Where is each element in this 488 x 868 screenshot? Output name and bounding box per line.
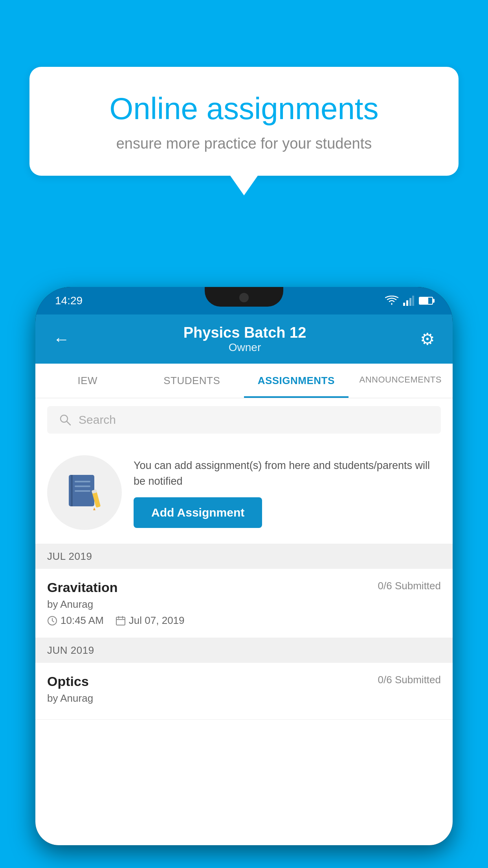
assignment-item-gravitation[interactable]: Gravitation 0/6 Submitted by Anurag 10:4… (35, 569, 453, 638)
month-label-jun: JUN 2019 (47, 644, 94, 656)
assignment-name: Gravitation (47, 580, 117, 595)
svg-rect-0 (403, 303, 405, 306)
add-assignment-right: You can add assignment(s) from here and … (134, 458, 441, 528)
svg-marker-12 (93, 508, 95, 510)
add-assignment-section: You can add assignment(s) from here and … (35, 441, 453, 544)
speech-bubble: Online assignments ensure more practice … (29, 67, 459, 176)
assignment-item-header-optics: Optics 0/6 Submitted (47, 674, 441, 689)
status-time: 14:29 (55, 294, 83, 307)
svg-rect-17 (116, 617, 125, 625)
status-bar: 14:29 (35, 287, 453, 314)
clock-icon (47, 616, 57, 626)
svg-rect-1 (406, 300, 408, 306)
tab-announcements[interactable]: ANNOUNCEMENTS (349, 364, 453, 398)
svg-rect-8 (75, 481, 90, 482)
batch-role: Owner (183, 341, 306, 354)
svg-rect-7 (71, 475, 73, 506)
header-title-block: Physics Batch 12 Owner (183, 324, 306, 354)
assignment-date: Jul 07, 2019 (129, 614, 185, 627)
phone-notch (205, 287, 283, 307)
app-header: ← Physics Batch 12 Owner ⚙ (35, 314, 453, 364)
status-icons (385, 296, 433, 306)
front-camera (239, 293, 249, 302)
search-icon (59, 414, 72, 426)
assignment-submitted-optics: 0/6 Submitted (378, 674, 441, 686)
assignment-item-optics[interactable]: Optics 0/6 Submitted by Anurag (35, 663, 453, 720)
signal-icon (403, 296, 414, 306)
svg-rect-9 (75, 485, 90, 487)
search-bar-container: Search (35, 398, 453, 441)
battery-icon (419, 297, 433, 305)
assignment-time: 10:45 AM (61, 614, 104, 627)
month-separator-jun: JUN 2019 (35, 638, 453, 663)
assignment-meta: 10:45 AM Jul 07, 2019 (47, 614, 441, 627)
svg-rect-10 (75, 490, 90, 492)
calendar-icon (116, 616, 126, 626)
batch-title: Physics Batch 12 (183, 324, 306, 341)
month-label-jul: JUL 2019 (47, 550, 92, 562)
assignment-name-optics: Optics (47, 674, 89, 689)
phone-outer: 14:29 (35, 287, 453, 845)
search-bar[interactable]: Search (47, 406, 441, 434)
svg-rect-3 (412, 296, 414, 306)
bubble-subtitle: ensure more practice for your students (57, 135, 431, 152)
phone-wrapper: 14:29 (35, 287, 453, 868)
assignment-icon-circle (47, 455, 122, 530)
phone-content: Search (35, 398, 453, 845)
wifi-icon (385, 296, 398, 306)
svg-rect-2 (409, 298, 411, 306)
bubble-title: Online assignments (57, 90, 431, 127)
tab-students[interactable]: STUDENTS (140, 364, 244, 398)
svg-line-5 (67, 421, 70, 425)
assignment-date-item: Jul 07, 2019 (116, 614, 185, 627)
speech-bubble-wrapper: Online assignments ensure more practice … (29, 67, 459, 195)
assignment-submitted: 0/6 Submitted (378, 580, 441, 592)
tab-overview[interactable]: IEW (35, 364, 140, 398)
month-separator-jul: JUL 2019 (35, 544, 453, 569)
assignment-by-optics: by Anurag (47, 692, 441, 704)
tab-assignments[interactable]: ASSIGNMENTS (244, 364, 349, 398)
back-button[interactable]: ← (53, 330, 70, 349)
settings-button[interactable]: ⚙ (420, 329, 435, 349)
assignment-item-header: Gravitation 0/6 Submitted (47, 580, 441, 595)
notebook-icon (65, 473, 104, 512)
assignment-time-item: 10:45 AM (47, 614, 104, 627)
search-placeholder: Search (79, 413, 116, 427)
speech-bubble-tail (230, 176, 258, 195)
tabs-bar: IEW STUDENTS ASSIGNMENTS ANNOUNCEMENTS (35, 364, 453, 398)
add-assignment-button[interactable]: Add Assignment (134, 497, 262, 528)
svg-line-16 (52, 621, 54, 622)
assignment-by: by Anurag (47, 598, 441, 611)
add-assignment-description: You can add assignment(s) from here and … (134, 458, 441, 489)
